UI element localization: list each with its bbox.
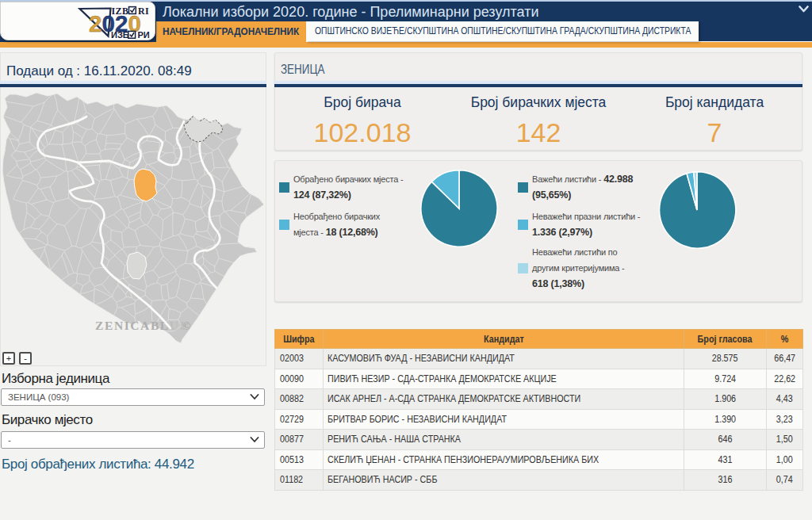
svg-text:2: 2 bbox=[89, 10, 102, 36]
svg-text:РИ: РИ bbox=[137, 30, 149, 40]
svg-text:ZENICABLUK: ZENICABLUK bbox=[95, 319, 190, 332]
svg-text:©: © bbox=[182, 320, 191, 332]
svg-text:ИЗБ: ИЗБ bbox=[111, 30, 129, 40]
